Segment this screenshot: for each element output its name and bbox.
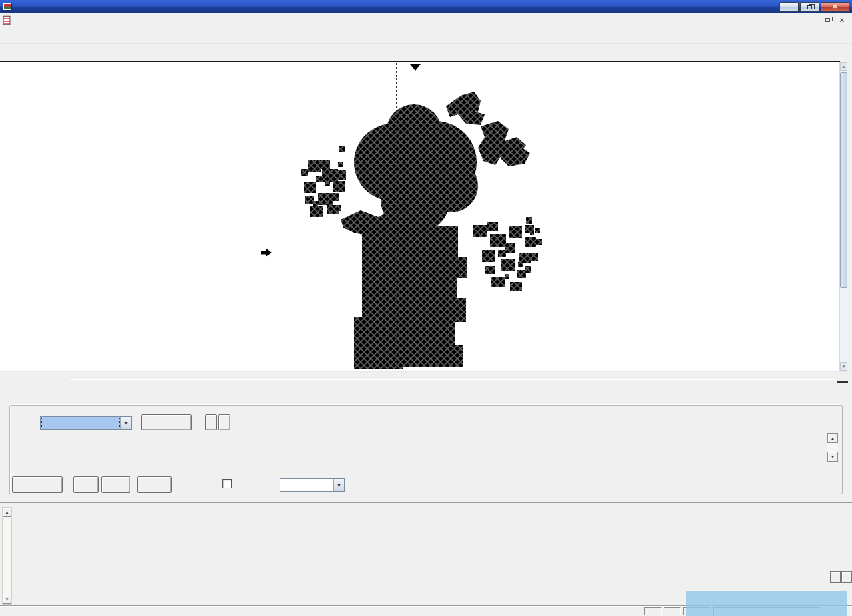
decrease-size-button[interactable]: [218, 414, 230, 430]
restore-icon: [807, 5, 812, 9]
show-symbols-combo[interactable]: ▼: [280, 478, 345, 492]
use-button: [73, 476, 99, 493]
scroll-up-icon[interactable]: ▲: [840, 62, 847, 71]
pattern-fabric: [261, 63, 574, 369]
scroll-down-icon[interactable]: ▼: [3, 595, 11, 604]
quick-entry-checkbox[interactable]: [222, 479, 232, 488]
restore-button[interactable]: [800, 2, 819, 12]
app-icon: [3, 3, 12, 11]
font-combo[interactable]: ▼: [40, 416, 132, 430]
canvas-vertical-scrollbar[interactable]: ▲ ▼: [839, 62, 847, 371]
scroll-down-icon[interactable]: ▼: [840, 362, 847, 371]
menu-bar: — ✕: [0, 13, 852, 27]
panel-rule: [70, 379, 835, 380]
show-symbols-combo-value[interactable]: [280, 479, 333, 491]
palette-scroll-right-button[interactable]: [841, 571, 852, 583]
minimize-button[interactable]: —: [779, 2, 799, 12]
clear-all-button[interactable]: [137, 476, 172, 493]
mdi-restore-icon: [825, 18, 830, 22]
dropdown-arrow-icon[interactable]: ▼: [120, 417, 131, 429]
close-button[interactable]: ✕: [821, 2, 849, 12]
dropdown-arrow-icon[interactable]: ▼: [333, 479, 344, 491]
grid-major: [261, 63, 574, 369]
status-panel: [664, 607, 681, 615]
auto-selection-button[interactable]: [12, 476, 63, 493]
center-marker-left-tail: [261, 251, 266, 255]
pattern-canvas-area[interactable]: [0, 61, 840, 371]
font-combo-value[interactable]: [41, 417, 120, 429]
panel-close-button[interactable]: [837, 373, 848, 383]
mdi-close-button[interactable]: ✕: [835, 15, 849, 25]
increase-size-button[interactable]: [205, 414, 217, 430]
panel-divider: [0, 498, 852, 503]
downloads-guru-watermark: [686, 591, 847, 616]
unuse-button[interactable]: [101, 476, 130, 493]
scrollbar-track[interactable]: [827, 443, 838, 452]
palette-vertical-scrollbar[interactable]: ▲ ▼: [2, 507, 12, 605]
scroll-down-icon[interactable]: ▼: [827, 452, 838, 462]
palette-options-panel: ▼ ▲ ▼ ▼: [0, 371, 852, 498]
toolbar-standard: [0, 27, 852, 44]
scroll-up-icon[interactable]: ▲: [3, 508, 11, 517]
make-default-button[interactable]: [141, 414, 192, 430]
toolbar-stitches: [0, 44, 852, 61]
symbols-scrollbar[interactable]: ▲ ▼: [827, 433, 838, 462]
mdi-restore-button[interactable]: [820, 15, 835, 25]
status-panel: [644, 607, 662, 615]
title-bar: — ✕: [0, 0, 852, 13]
document-icon: [3, 15, 11, 25]
scrollbar-thumb[interactable]: [840, 72, 847, 288]
mdi-minimize-button[interactable]: —: [805, 15, 820, 25]
palette-grid: [17, 507, 811, 605]
scroll-up-icon[interactable]: ▲: [827, 433, 838, 443]
palette-scroll-left-button[interactable]: [830, 571, 841, 583]
available-symbols-groupbox: [9, 405, 843, 494]
